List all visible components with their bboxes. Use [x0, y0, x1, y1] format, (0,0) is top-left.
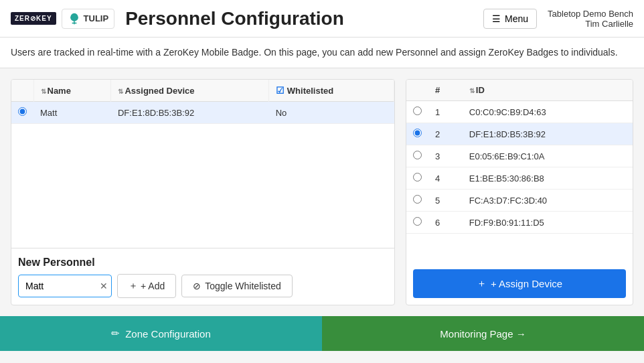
device-radio-cell[interactable]	[406, 123, 428, 145]
device-table-row[interactable]: 4 E1:BE:B5:30:86:B8	[406, 167, 633, 190]
new-personnel-input[interactable]	[18, 275, 112, 297]
personnel-whitelisted-cell: No	[269, 102, 394, 124]
header: ZER⊘KEY TULIP Personnel Configuration ☰ …	[0, 0, 644, 38]
device-id-cell: E0:05:6E:B9:C1:0A	[463, 145, 633, 167]
device-num-cell: 1	[428, 101, 463, 123]
device-id-cell: FD:F9:B0:91:11:D5	[463, 212, 633, 234]
device-table-body: 1 C0:C0:9C:B9:D4:63 2 DF:E1:8D:B5:3B:92 …	[406, 101, 633, 234]
name-input-wrapper: ✕	[18, 275, 112, 297]
device-radio[interactable]	[413, 106, 422, 115]
device-table-header: # ⇅ID	[406, 80, 633, 101]
name-col-header: ⇅Name	[33, 80, 111, 102]
device-radio[interactable]	[413, 195, 422, 204]
device-id-cell: FC:A3:D7:FC:3D:40	[463, 190, 633, 212]
personnel-table-scroll: ⇅Name ⇅Assigned Device ☑ Whitelisted Mat…	[11, 80, 394, 248]
whitelisted-col-header: ☑ Whitelisted	[269, 80, 394, 102]
device-num-cell: 3	[428, 145, 463, 167]
assign-device-label: + Assign Device	[491, 278, 562, 289]
add-label: + Add	[141, 281, 165, 291]
left-panel: ⇅Name ⇅Assigned Device ☑ Whitelisted Mat…	[11, 79, 395, 305]
personnel-table-row[interactable]: Matt DF:E1:8D:B5:3B:92 No	[11, 102, 394, 124]
monitoring-page-button[interactable]: Monitoring Page →	[322, 316, 644, 351]
toggle-whitelisted-button[interactable]: ⊘ Toggle Whitelisted	[181, 275, 293, 297]
zerokey-logo: ZER⊘KEY	[11, 12, 56, 25]
personnel-name-cell: Matt	[33, 102, 111, 124]
device-table-row[interactable]: 3 E0:05:6E:B9:C1:0A	[406, 145, 633, 167]
new-personnel-controls: ✕ ＋ + Add ⊘ Toggle Whitelisted	[18, 274, 388, 298]
description-bar: Users are tracked in real-time with a Ze…	[0, 38, 644, 68]
description-text: Users are tracked in real-time with a Ze…	[11, 47, 618, 58]
tulip-logo: TULIP	[62, 9, 115, 29]
zone-config-button[interactable]: ✏ Zone Configuration	[0, 316, 322, 351]
device-radio[interactable]	[413, 151, 422, 159]
clear-input-button[interactable]: ✕	[100, 281, 108, 291]
device-num-col-header: #	[428, 80, 463, 101]
monitoring-label: Monitoring Page →	[440, 328, 526, 340]
add-icon: ＋	[129, 280, 138, 292]
hamburger-icon: ☰	[492, 13, 501, 24]
menu-button[interactable]: ☰ Menu	[483, 9, 537, 29]
personnel-table-header: ⇅Name ⇅Assigned Device ☑ Whitelisted	[11, 80, 394, 102]
personnel-table-body: Matt DF:E1:8D:B5:3B:92 No	[11, 102, 394, 124]
personnel-radio-cell[interactable]	[11, 102, 33, 124]
device-num-cell: 6	[428, 212, 463, 234]
user-info: Tabletop Demo Bench Tim Carlielle	[548, 9, 633, 29]
device-radio[interactable]	[413, 173, 422, 182]
toggle-icon: ⊘	[193, 281, 201, 291]
device-radio[interactable]	[413, 217, 422, 226]
personnel-device-cell: DF:E1:8D:B5:3B:92	[111, 102, 269, 124]
new-personnel-label: New Personnel	[18, 257, 388, 269]
main-content: ⇅Name ⇅Assigned Device ☑ Whitelisted Mat…	[0, 68, 644, 316]
device-radio[interactable]	[413, 129, 422, 137]
right-panel: # ⇅ID 1 C0:C0:9C:B9:D4:63 2 DF:E1:8D:B5:…	[406, 79, 633, 305]
device-id-col-header: ⇅ID	[463, 80, 633, 101]
device-table: # ⇅ID 1 C0:C0:9C:B9:D4:63 2 DF:E1:8D:B5:…	[406, 80, 633, 234]
bottom-nav: ✏ Zone Configuration Monitoring Page →	[0, 316, 644, 351]
device-table-row[interactable]: 2 DF:E1:8D:B5:3B:92	[406, 123, 633, 145]
device-radio-cell[interactable]	[406, 145, 428, 167]
user-name-label: Tim Carlielle	[548, 19, 633, 29]
assigned-device-col-header: ⇅Assigned Device	[111, 80, 269, 102]
device-table-row[interactable]: 1 C0:C0:9C:B9:D4:63	[406, 101, 633, 123]
device-id-cell: C0:C0:9C:B9:D4:63	[463, 101, 633, 123]
personnel-radio[interactable]	[18, 107, 27, 116]
device-table-scroll: # ⇅ID 1 C0:C0:9C:B9:D4:63 2 DF:E1:8D:B5:…	[406, 80, 633, 263]
device-table-row[interactable]: 5 FC:A3:D7:FC:3D:40	[406, 190, 633, 212]
assign-device-button[interactable]: ＋ + Assign Device	[413, 269, 626, 298]
toggle-label: Toggle Whitelisted	[205, 281, 281, 291]
new-personnel-section: New Personnel ✕ ＋ + Add ⊘ Toggle Whiteli…	[11, 248, 394, 305]
device-num-cell: 4	[428, 167, 463, 190]
device-radio-col-header	[406, 80, 428, 101]
tulip-icon	[68, 12, 81, 25]
radio-col-header	[11, 80, 33, 102]
device-num-cell: 5	[428, 190, 463, 212]
device-table-row[interactable]: 6 FD:F9:B0:91:11:D5	[406, 212, 633, 234]
page-title: Personnel Configuration	[125, 8, 483, 29]
pencil-icon: ✏	[111, 328, 120, 340]
tulip-text: TULIP	[84, 13, 109, 23]
personnel-table: ⇅Name ⇅Assigned Device ☑ Whitelisted Mat…	[11, 80, 394, 124]
demo-bench-label: Tabletop Demo Bench	[548, 9, 633, 19]
device-id-cell: E1:BE:B5:30:86:B8	[463, 167, 633, 190]
device-radio-cell[interactable]	[406, 212, 428, 234]
device-radio-cell[interactable]	[406, 167, 428, 190]
device-radio-cell[interactable]	[406, 101, 428, 123]
device-radio-cell[interactable]	[406, 190, 428, 212]
device-id-cell: DF:E1:8D:B5:3B:92	[463, 123, 633, 145]
device-num-cell: 2	[428, 123, 463, 145]
logo-area: ZER⊘KEY TULIP	[11, 9, 114, 29]
assign-plus-icon: ＋	[477, 277, 487, 290]
add-button[interactable]: ＋ + Add	[117, 274, 176, 298]
zone-config-label: Zone Configuration	[125, 328, 211, 340]
